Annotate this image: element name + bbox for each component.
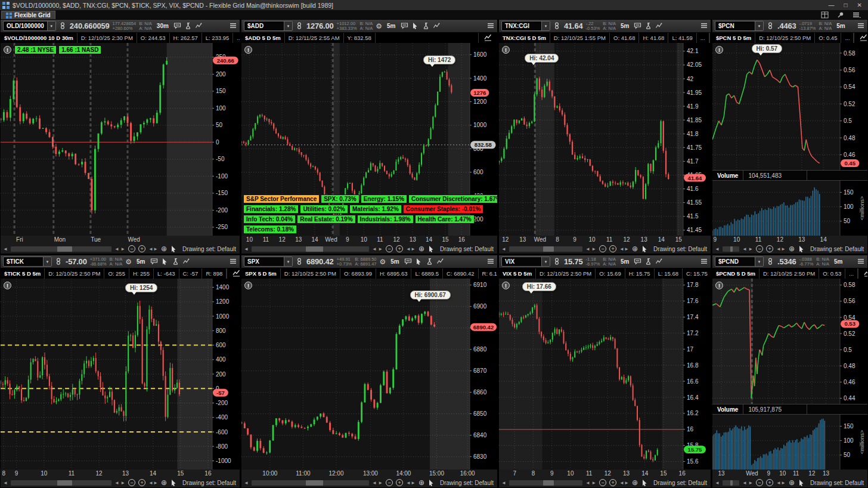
workspace-menu-icon[interactable] bbox=[852, 11, 861, 18]
panel-menu-icon[interactable] bbox=[857, 258, 865, 265]
crosshair-icon[interactable]: ⊕ bbox=[161, 479, 167, 486]
chart-area[interactable]: 6910690068906880687068606850684068306890… bbox=[241, 279, 497, 470]
pan-arrows-icon[interactable]: ◄► bbox=[776, 246, 786, 252]
timeframe-selector[interactable]: 5m bbox=[390, 258, 399, 265]
alert-icon[interactable]: ! bbox=[4, 46, 11, 54]
crosshair-icon[interactable]: ⊕ bbox=[161, 245, 167, 252]
zoom-in-icon[interactable]: + bbox=[609, 479, 616, 486]
panel-menu-icon[interactable] bbox=[487, 258, 495, 265]
volume-area[interactable]: 15010050<millions> bbox=[712, 181, 867, 236]
chart-style-icon[interactable] bbox=[478, 33, 497, 43]
volume-chart[interactable]: 15010050<millions> bbox=[712, 415, 867, 470]
scrollbar-thumb[interactable] bbox=[306, 480, 324, 486]
flask-icon[interactable] bbox=[172, 258, 179, 265]
chevron-down-icon[interactable]: ▼ bbox=[43, 257, 51, 266]
alert-icon[interactable]: ! bbox=[715, 282, 723, 289]
zoom-in-icon[interactable]: + bbox=[138, 479, 145, 486]
crosshair-icon[interactable]: ⊕ bbox=[418, 245, 424, 252]
zoom-out-icon[interactable]: − bbox=[599, 479, 606, 486]
link-channel-icon[interactable] bbox=[553, 22, 561, 30]
symbol-input[interactable]: $TICK bbox=[4, 257, 43, 266]
pan-arrows-icon[interactable]: ◄► bbox=[406, 480, 416, 486]
settings-gear-icon[interactable]: ⚙ bbox=[125, 258, 132, 266]
pin-icon[interactable] bbox=[837, 11, 844, 18]
flask-icon[interactable] bbox=[184, 22, 192, 30]
crosshair-icon[interactable]: ⊕ bbox=[632, 245, 638, 252]
zoom-out-icon[interactable]: − bbox=[756, 479, 763, 486]
symbol-input[interactable]: $ADD bbox=[244, 21, 284, 30]
drawing-set-label[interactable]: Drawing set: Default bbox=[440, 480, 494, 486]
panel-menu-icon[interactable] bbox=[857, 22, 865, 30]
panel-menu-icon[interactable] bbox=[230, 22, 237, 30]
settings-gear-icon[interactable]: ⚙ bbox=[376, 22, 382, 30]
symbol-input[interactable]: TNX:CGI bbox=[502, 21, 541, 30]
flask-icon[interactable] bbox=[644, 258, 652, 265]
symbol-input[interactable]: VIX bbox=[502, 257, 541, 266]
scrollbar-thumb[interactable] bbox=[57, 246, 72, 252]
zoom-in-icon[interactable]: + bbox=[396, 245, 403, 252]
time-scrollbar[interactable] bbox=[252, 246, 369, 252]
scroll-right-icon[interactable]: ◄ ► bbox=[585, 246, 596, 252]
scroll-right-icon[interactable]: ◄ ► bbox=[742, 246, 753, 252]
note-icon[interactable] bbox=[150, 258, 158, 265]
zoom-out-icon[interactable]: − bbox=[599, 245, 606, 252]
scrollbar-thumb[interactable] bbox=[543, 246, 554, 252]
chevron-down-icon[interactable]: ▼ bbox=[284, 257, 292, 266]
time-scrollbar[interactable] bbox=[509, 480, 582, 486]
link-channel-icon[interactable] bbox=[59, 22, 67, 30]
scroll-right-icon[interactable]: ◄ ► bbox=[114, 246, 125, 252]
alert-icon[interactable]: ! bbox=[502, 46, 510, 54]
pointer-tool-icon[interactable] bbox=[170, 245, 178, 253]
price-chart[interactable]: 1400120010008006004002000-200-400-600-80… bbox=[1, 279, 240, 470]
tab-flexible-grid[interactable]: Flexible Grid bbox=[1, 11, 55, 19]
pointer-tool-icon[interactable] bbox=[798, 245, 805, 253]
link-channel-icon[interactable] bbox=[296, 22, 303, 30]
panel-menu-icon[interactable] bbox=[700, 22, 708, 30]
symbol-input[interactable]: SPX bbox=[244, 257, 284, 266]
link-channel-icon[interactable] bbox=[55, 258, 63, 265]
pointer-tool-icon[interactable] bbox=[170, 479, 178, 487]
symbol-selector[interactable]: $PCN▼ bbox=[715, 21, 764, 31]
chart-area[interactable]: 17.817.617.417.21716.816.616.416.21615.8… bbox=[499, 279, 711, 470]
symbol-selector[interactable]: TNX:CGI▼ bbox=[501, 21, 550, 31]
zoom-out-icon[interactable]: − bbox=[128, 479, 135, 486]
pan-arrows-icon[interactable]: ◄► bbox=[619, 480, 629, 486]
symbol-selector[interactable]: VIX▼ bbox=[501, 257, 550, 267]
scrollbar-thumb[interactable] bbox=[730, 246, 733, 252]
drawing-set-label[interactable]: Drawing set: Default bbox=[182, 480, 236, 486]
timeframe-selector[interactable]: 5m bbox=[836, 23, 845, 29]
price-chart[interactable]: 0.580.560.540.520.50.480.460.45 bbox=[712, 43, 867, 170]
chart-area[interactable]: 0.580.560.540.520.50.480.460.440.53! bbox=[712, 279, 867, 404]
timeframe-selector[interactable]: 5m bbox=[137, 258, 145, 265]
zoom-in-icon[interactable]: + bbox=[766, 245, 773, 252]
link-channel-icon[interactable] bbox=[767, 258, 774, 265]
chart-area[interactable]: 250200150100500-50-100-150-200-250240.66… bbox=[1, 43, 240, 236]
timeframe-selector[interactable]: 5m bbox=[387, 23, 395, 29]
chart-style-icon[interactable] bbox=[854, 33, 867, 43]
scroll-left-icon[interactable]: ◄ bbox=[715, 480, 720, 486]
pan-arrows-icon[interactable]: ◄► bbox=[148, 246, 158, 252]
timeframe-selector[interactable]: 5m bbox=[621, 258, 629, 265]
alert-icon[interactable]: ! bbox=[4, 282, 11, 289]
scroll-left-icon[interactable]: ◄ bbox=[3, 480, 8, 486]
pointer-tool-icon[interactable] bbox=[641, 245, 649, 253]
scrollbar-thumb[interactable] bbox=[57, 480, 72, 486]
scroll-left-icon[interactable]: ◄ bbox=[715, 246, 720, 252]
price-chart[interactable]: 42.142.054241.9541.941.8541.841.7541.741… bbox=[499, 43, 711, 236]
scroll-right-icon[interactable]: ◄ ► bbox=[372, 480, 383, 486]
link-channel-icon[interactable] bbox=[296, 258, 303, 265]
pan-arrows-icon[interactable]: ◄► bbox=[776, 480, 786, 486]
minimize-button[interactable]: — bbox=[829, 2, 835, 8]
pattern-icon[interactable] bbox=[433, 22, 441, 30]
volume-chart[interactable]: 15010050<millions> bbox=[712, 181, 867, 236]
alert-icon[interactable]: ! bbox=[244, 46, 252, 54]
drawing-set-label[interactable]: Drawing set: Default bbox=[440, 246, 494, 252]
timeframe-selector[interactable]: 30m bbox=[157, 23, 169, 29]
symbol-selector[interactable]: OLD/1000000▼ bbox=[3, 21, 56, 31]
flask-icon[interactable] bbox=[422, 22, 430, 30]
restore-button[interactable]: □ bbox=[844, 2, 848, 8]
chevron-down-icon[interactable]: ▼ bbox=[541, 21, 550, 30]
scroll-left-icon[interactable]: ◄ bbox=[244, 246, 249, 252]
cursor-icon[interactable] bbox=[161, 258, 169, 265]
flask-icon[interactable] bbox=[644, 22, 652, 30]
